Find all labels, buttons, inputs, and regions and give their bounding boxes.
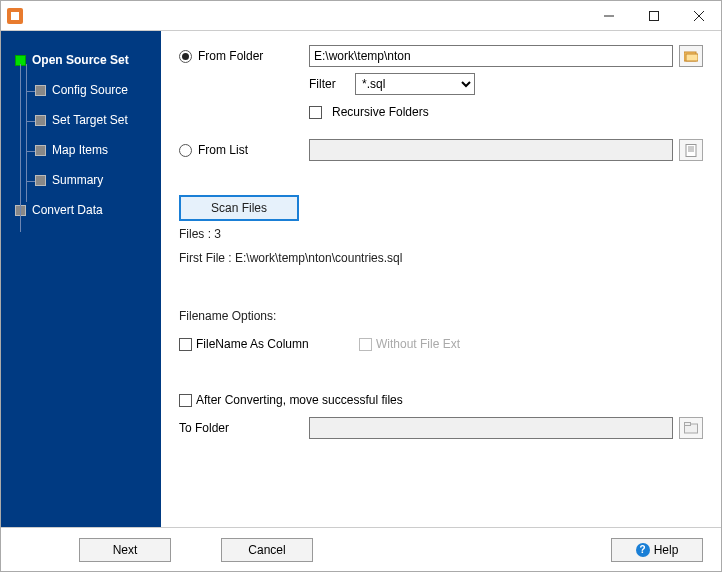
sidebar-item-set-target-set[interactable]: Set Target Set [1, 105, 161, 135]
next-button[interactable]: Next [79, 538, 171, 562]
from-list-label: From List [198, 143, 248, 157]
scan-files-button[interactable]: Scan Files [179, 195, 299, 221]
sidebar-item-summary[interactable]: Summary [1, 165, 161, 195]
help-icon: ? [636, 543, 650, 557]
list-path-input [309, 139, 673, 161]
files-count-text: Files : 3 [179, 227, 703, 241]
filename-as-column-checkbox[interactable] [179, 338, 192, 351]
filter-select[interactable]: *.sql [355, 73, 475, 95]
help-button[interactable]: ? Help [611, 538, 703, 562]
browse-to-folder-button [679, 417, 703, 439]
maximize-icon [649, 11, 659, 21]
titlebar [1, 1, 721, 31]
sidebar-item-label: Config Source [52, 83, 128, 97]
app-icon [7, 8, 23, 24]
from-folder-radio[interactable] [179, 50, 192, 63]
filename-as-column-label: FileName As Column [196, 337, 309, 351]
svg-rect-5 [686, 54, 698, 61]
sidebar-item-open-source-set[interactable]: Open Source Set [1, 45, 161, 75]
after-converting-label: After Converting, move successful files [196, 393, 403, 407]
minimize-button[interactable] [586, 1, 631, 30]
recursive-label: Recursive Folders [332, 105, 429, 119]
from-folder-label: From Folder [198, 49, 263, 63]
sidebar-item-label: Set Target Set [52, 113, 128, 127]
maximize-button[interactable] [631, 1, 676, 30]
wizard-sidebar: Open Source Set Config Source Set Target… [1, 31, 161, 527]
sidebar-item-map-items[interactable]: Map Items [1, 135, 161, 165]
wizard-footer: Next Cancel ? Help [1, 527, 721, 571]
sidebar-item-convert-data[interactable]: Convert Data [1, 195, 161, 225]
to-folder-label: To Folder [179, 421, 229, 435]
folder-open-icon [684, 50, 698, 62]
from-list-radio[interactable] [179, 144, 192, 157]
folder-path-input[interactable] [309, 45, 673, 67]
recursive-checkbox[interactable] [309, 106, 322, 119]
close-button[interactable] [676, 1, 721, 30]
filename-options-heading: Filename Options: [179, 309, 703, 323]
without-file-ext-label: Without File Ext [376, 337, 460, 351]
browse-list-button [679, 139, 703, 161]
sidebar-item-label: Convert Data [32, 203, 103, 217]
sidebar-item-label: Open Source Set [32, 53, 129, 67]
first-file-text: First File : E:\work\temp\nton\countries… [179, 251, 703, 265]
svg-rect-1 [649, 11, 658, 20]
browse-folder-button[interactable] [679, 45, 703, 67]
sidebar-item-config-source[interactable]: Config Source [1, 75, 161, 105]
after-converting-checkbox[interactable] [179, 394, 192, 407]
minimize-icon [604, 11, 614, 21]
cancel-button[interactable]: Cancel [221, 538, 313, 562]
sidebar-item-label: Summary [52, 173, 103, 187]
file-icon [685, 144, 697, 157]
to-folder-input [309, 417, 673, 439]
close-icon [694, 11, 704, 21]
svg-rect-11 [685, 423, 691, 426]
without-file-ext-checkbox [359, 338, 372, 351]
folder-icon [684, 422, 698, 434]
filter-label: Filter [309, 77, 349, 91]
sidebar-item-label: Map Items [52, 143, 108, 157]
content-panel: From Folder Filter *.sql Recurs [161, 31, 721, 527]
